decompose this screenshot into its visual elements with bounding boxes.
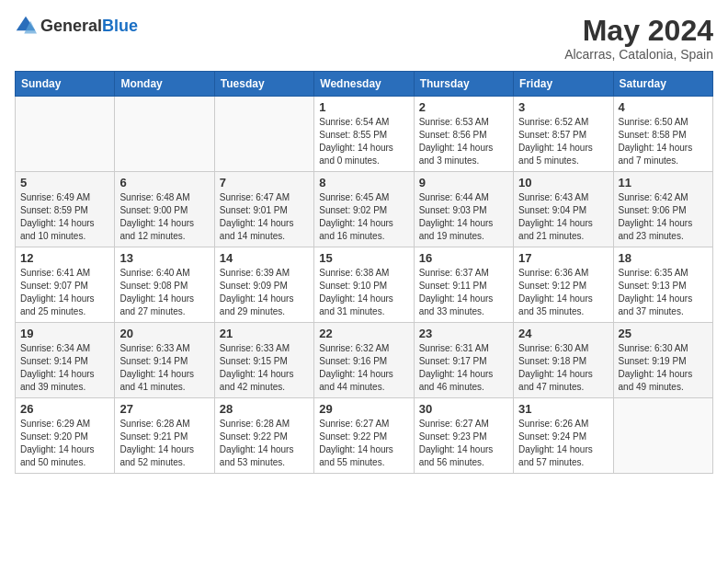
day-number: 18 bbox=[619, 251, 708, 265]
day-number: 14 bbox=[220, 251, 309, 265]
calendar-cell: 13Sunrise: 6:40 AM Sunset: 9:08 PM Dayli… bbox=[115, 247, 214, 323]
title-area: May 2024 Alcarras, Catalonia, Spain bbox=[564, 15, 713, 62]
cell-info: Sunrise: 6:35 AM Sunset: 9:13 PM Dayligh… bbox=[619, 267, 708, 318]
calendar-cell: 15Sunrise: 6:38 AM Sunset: 9:10 PM Dayli… bbox=[314, 247, 414, 323]
calendar-cell: 22Sunrise: 6:32 AM Sunset: 9:16 PM Dayli… bbox=[314, 323, 414, 398]
calendar-week-row: 5Sunrise: 6:49 AM Sunset: 8:59 PM Daylig… bbox=[16, 172, 713, 247]
calendar-cell bbox=[214, 97, 313, 172]
calendar-cell: 21Sunrise: 6:33 AM Sunset: 9:15 PM Dayli… bbox=[214, 323, 313, 398]
logo: GeneralBlue bbox=[15, 15, 138, 37]
calendar-cell: 25Sunrise: 6:30 AM Sunset: 9:19 PM Dayli… bbox=[613, 323, 712, 398]
calendar-cell: 6Sunrise: 6:48 AM Sunset: 9:00 PM Daylig… bbox=[115, 172, 214, 247]
day-number: 12 bbox=[20, 251, 109, 265]
calendar-table: SundayMondayTuesdayWednesdayThursdayFrid… bbox=[15, 71, 713, 474]
calendar-cell: 19Sunrise: 6:34 AM Sunset: 9:14 PM Dayli… bbox=[16, 323, 115, 398]
weekday-header-cell: Tuesday bbox=[214, 72, 313, 97]
cell-info: Sunrise: 6:50 AM Sunset: 8:58 PM Dayligh… bbox=[619, 116, 708, 167]
calendar-cell: 28Sunrise: 6:28 AM Sunset: 9:22 PM Dayli… bbox=[214, 398, 313, 474]
calendar-cell: 5Sunrise: 6:49 AM Sunset: 8:59 PM Daylig… bbox=[16, 172, 115, 247]
weekday-header-row: SundayMondayTuesdayWednesdayThursdayFrid… bbox=[16, 72, 713, 97]
day-number: 27 bbox=[119, 402, 209, 416]
cell-info: Sunrise: 6:49 AM Sunset: 8:59 PM Dayligh… bbox=[20, 191, 109, 243]
day-number: 21 bbox=[220, 327, 309, 340]
cell-info: Sunrise: 6:30 AM Sunset: 9:18 PM Dayligh… bbox=[518, 342, 608, 394]
calendar-cell: 12Sunrise: 6:41 AM Sunset: 9:07 PM Dayli… bbox=[16, 247, 115, 323]
day-number: 5 bbox=[20, 176, 109, 190]
location-title: Alcarras, Catalonia, Spain bbox=[564, 47, 713, 62]
logo-text-blue: Blue bbox=[102, 17, 138, 35]
day-number: 8 bbox=[319, 176, 408, 190]
cell-info: Sunrise: 6:34 AM Sunset: 9:14 PM Dayligh… bbox=[20, 342, 109, 394]
weekday-header-cell: Saturday bbox=[613, 72, 712, 97]
calendar-cell: 29Sunrise: 6:27 AM Sunset: 9:22 PM Dayli… bbox=[314, 398, 414, 474]
calendar-cell: 3Sunrise: 6:52 AM Sunset: 8:57 PM Daylig… bbox=[514, 97, 613, 172]
day-number: 16 bbox=[419, 251, 508, 265]
header: GeneralBlue May 2024 Alcarras, Catalonia… bbox=[15, 15, 713, 62]
day-number: 30 bbox=[419, 402, 508, 416]
weekday-header-cell: Sunday bbox=[16, 72, 115, 97]
logo-text-general: General bbox=[40, 17, 102, 35]
calendar-cell: 11Sunrise: 6:42 AM Sunset: 9:06 PM Dayli… bbox=[613, 172, 712, 247]
cell-info: Sunrise: 6:38 AM Sunset: 9:10 PM Dayligh… bbox=[319, 267, 408, 318]
cell-info: Sunrise: 6:47 AM Sunset: 9:01 PM Dayligh… bbox=[220, 191, 309, 243]
day-number: 28 bbox=[220, 402, 309, 416]
calendar-cell: 24Sunrise: 6:30 AM Sunset: 9:18 PM Dayli… bbox=[514, 323, 613, 398]
cell-info: Sunrise: 6:44 AM Sunset: 9:03 PM Dayligh… bbox=[419, 191, 508, 243]
day-number: 6 bbox=[119, 176, 209, 190]
calendar-cell: 30Sunrise: 6:27 AM Sunset: 9:23 PM Dayli… bbox=[414, 398, 513, 474]
day-number: 17 bbox=[518, 251, 608, 265]
cell-info: Sunrise: 6:42 AM Sunset: 9:06 PM Dayligh… bbox=[619, 191, 708, 243]
cell-info: Sunrise: 6:41 AM Sunset: 9:07 PM Dayligh… bbox=[20, 267, 109, 318]
calendar-cell bbox=[115, 97, 214, 172]
day-number: 19 bbox=[20, 327, 109, 340]
day-number: 7 bbox=[220, 176, 309, 190]
day-number: 22 bbox=[319, 327, 408, 340]
day-number: 26 bbox=[20, 402, 109, 416]
weekday-header-cell: Friday bbox=[514, 72, 613, 97]
cell-info: Sunrise: 6:43 AM Sunset: 9:04 PM Dayligh… bbox=[518, 191, 608, 243]
calendar-cell: 27Sunrise: 6:28 AM Sunset: 9:21 PM Dayli… bbox=[115, 398, 214, 474]
calendar-week-row: 19Sunrise: 6:34 AM Sunset: 9:14 PM Dayli… bbox=[16, 323, 713, 398]
day-number: 25 bbox=[619, 327, 708, 340]
cell-info: Sunrise: 6:28 AM Sunset: 9:22 PM Dayligh… bbox=[220, 418, 309, 469]
calendar-cell: 31Sunrise: 6:26 AM Sunset: 9:24 PM Dayli… bbox=[514, 398, 613, 474]
calendar-cell: 16Sunrise: 6:37 AM Sunset: 9:11 PM Dayli… bbox=[414, 247, 513, 323]
weekday-header-cell: Thursday bbox=[414, 72, 513, 97]
calendar-cell: 18Sunrise: 6:35 AM Sunset: 9:13 PM Dayli… bbox=[613, 247, 712, 323]
cell-info: Sunrise: 6:29 AM Sunset: 9:20 PM Dayligh… bbox=[20, 418, 109, 469]
day-number: 10 bbox=[518, 176, 608, 190]
calendar-cell bbox=[16, 97, 115, 172]
day-number: 20 bbox=[119, 327, 209, 340]
day-number: 15 bbox=[319, 251, 408, 265]
calendar-week-row: 26Sunrise: 6:29 AM Sunset: 9:20 PM Dayli… bbox=[16, 398, 713, 474]
day-number: 24 bbox=[518, 327, 608, 340]
cell-info: Sunrise: 6:27 AM Sunset: 9:23 PM Dayligh… bbox=[419, 418, 508, 469]
cell-info: Sunrise: 6:27 AM Sunset: 9:22 PM Dayligh… bbox=[319, 418, 408, 469]
calendar-cell: 2Sunrise: 6:53 AM Sunset: 8:56 PM Daylig… bbox=[414, 97, 513, 172]
calendar-cell: 9Sunrise: 6:44 AM Sunset: 9:03 PM Daylig… bbox=[414, 172, 513, 247]
weekday-header-cell: Monday bbox=[115, 72, 214, 97]
day-number: 1 bbox=[319, 100, 408, 114]
calendar-week-row: 1Sunrise: 6:54 AM Sunset: 8:55 PM Daylig… bbox=[16, 97, 713, 172]
day-number: 13 bbox=[119, 251, 209, 265]
calendar-cell: 26Sunrise: 6:29 AM Sunset: 9:20 PM Dayli… bbox=[16, 398, 115, 474]
cell-info: Sunrise: 6:54 AM Sunset: 8:55 PM Dayligh… bbox=[319, 116, 408, 167]
cell-info: Sunrise: 6:48 AM Sunset: 9:00 PM Dayligh… bbox=[119, 191, 209, 243]
day-number: 11 bbox=[619, 176, 708, 190]
month-title: May 2024 bbox=[564, 15, 713, 47]
cell-info: Sunrise: 6:52 AM Sunset: 8:57 PM Dayligh… bbox=[518, 116, 608, 167]
calendar-week-row: 12Sunrise: 6:41 AM Sunset: 9:07 PM Dayli… bbox=[16, 247, 713, 323]
cell-info: Sunrise: 6:31 AM Sunset: 9:17 PM Dayligh… bbox=[419, 342, 508, 394]
logo-icon bbox=[15, 15, 37, 37]
calendar-cell: 4Sunrise: 6:50 AM Sunset: 8:58 PM Daylig… bbox=[613, 97, 712, 172]
day-number: 3 bbox=[518, 100, 608, 114]
calendar-cell: 17Sunrise: 6:36 AM Sunset: 9:12 PM Dayli… bbox=[514, 247, 613, 323]
cell-info: Sunrise: 6:37 AM Sunset: 9:11 PM Dayligh… bbox=[419, 267, 508, 318]
cell-info: Sunrise: 6:30 AM Sunset: 9:19 PM Dayligh… bbox=[619, 342, 708, 394]
calendar-cell: 23Sunrise: 6:31 AM Sunset: 9:17 PM Dayli… bbox=[414, 323, 513, 398]
day-number: 9 bbox=[419, 176, 508, 190]
calendar-cell bbox=[613, 398, 712, 474]
calendar-cell: 20Sunrise: 6:33 AM Sunset: 9:14 PM Dayli… bbox=[115, 323, 214, 398]
cell-info: Sunrise: 6:33 AM Sunset: 9:15 PM Dayligh… bbox=[220, 342, 309, 394]
weekday-header-cell: Wednesday bbox=[314, 72, 414, 97]
